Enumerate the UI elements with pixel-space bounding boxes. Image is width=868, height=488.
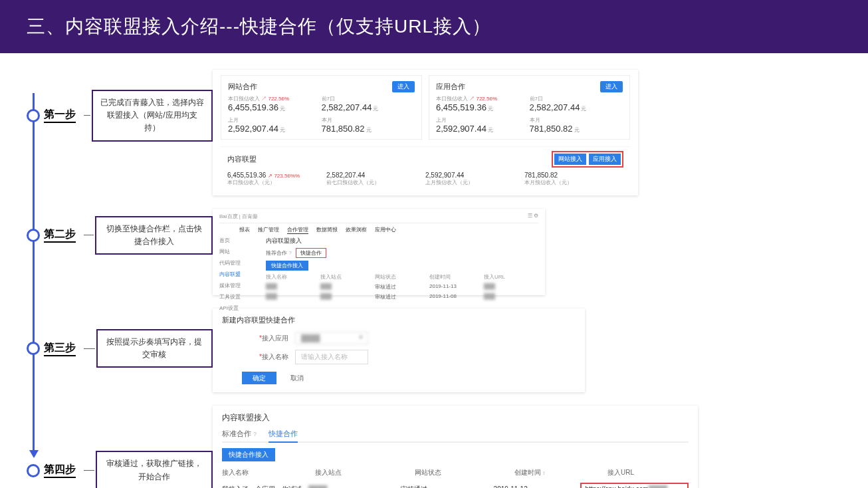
col: 网站状态 <box>415 468 514 477</box>
sidebar-item[interactable]: 代码管理 <box>219 259 259 267</box>
stat-value: 2,592,907.44元 <box>228 124 322 134</box>
panel-result-list: 内容联盟接入 标准合作 ? 快捷合作 快捷合作接入 接入名称 接入站点 网站状态… <box>213 406 698 488</box>
pct-badge: ↗ 723.56%% <box>268 173 300 179</box>
step-1-desc: 已完成百青藤入驻，选择内容联盟接入（网站/应用均支持） <box>92 90 213 142</box>
step-2-desc: 切换至快捷合作栏，点击快捷合作接入 <box>95 216 213 255</box>
nav-item[interactable]: 数据简报 <box>316 226 338 234</box>
connector <box>84 470 94 471</box>
col-sortable[interactable]: 创建时间 <box>514 468 607 477</box>
quick-access-button[interactable]: 快捷合作接入 <box>266 261 308 271</box>
highlight-box: 网站接入 应用接入 <box>552 151 623 168</box>
field-label: 接入应用 <box>262 334 288 342</box>
stat-label: 本月 <box>322 116 415 124</box>
step-4-label: 第四步 <box>44 463 76 478</box>
table-header: 接入名称 接入站点 网站状态 创建时间 接入URL <box>222 468 689 477</box>
app-select[interactable]: ████ <box>295 332 368 344</box>
enter-button[interactable]: 进入 <box>392 81 415 92</box>
col: 接入站点 <box>320 273 375 281</box>
nav-item[interactable]: 报表 <box>239 226 250 234</box>
stat-label: 本月预估收入（元） <box>524 179 623 186</box>
cell: 审核通过 <box>375 283 429 291</box>
cell-blurred: ████ <box>308 485 401 488</box>
logo-text: Bai百度 | 百青藤 <box>219 213 258 220</box>
nav-item[interactable]: 推广管理 <box>258 226 279 234</box>
stat-label: 上月预估收入（元） <box>425 179 524 186</box>
form-title: 新建内容联盟快捷合作 <box>222 315 576 325</box>
stat-value: 6,455,519.36元 <box>436 102 530 112</box>
quick-access-button[interactable]: 快捷合作接入 <box>222 448 275 461</box>
sub-title: 内容联盟接入 <box>266 237 538 245</box>
tab-quick-highlight[interactable]: 快捷合作 <box>296 248 326 258</box>
step-dot-icon <box>27 464 40 477</box>
url-highlight-box[interactable]: https://cpu.baidu.com████ <box>580 483 689 488</box>
panels-column: 网站合作 进入 本日预估收入 ↗ 722.56% 6,455,519.36元 前… <box>213 70 848 488</box>
name-input[interactable]: 请输入接入名称 <box>295 350 368 364</box>
connector <box>84 115 90 116</box>
cancel-button[interactable]: 取消 <box>284 372 310 384</box>
page-title: 三、内容联盟接入介绍---快捷合作（仅支持URL接入） <box>27 14 491 39</box>
form-row-name: *接入名称 请输入接入名称 <box>242 350 576 364</box>
sidebar: 首页 网站 代码管理 内容联盟 媒体管理 工具设置 API设置 <box>219 237 259 312</box>
card-title: 应用合作 <box>436 82 465 92</box>
stat-value: 6,455,519.36元 <box>228 102 322 112</box>
nav-item[interactable]: 合作管理 <box>287 226 308 234</box>
stat-label: 本月 <box>530 116 623 124</box>
panel-management: Bai百度 | 百青藤 ☰ ⚙ 报表 推广管理 合作管理 数据简报 效果洞察 应… <box>213 209 545 295</box>
web-access-button[interactable]: 网站接入 <box>554 154 586 165</box>
stat-value: 781,850.82元 <box>322 124 415 134</box>
cell: 2019-11-13 <box>429 283 484 291</box>
cell-url: https://cpu.baidu.com████ <box>580 483 689 488</box>
nav-item[interactable]: 应用中心 <box>375 226 396 234</box>
cell-blurred: ███ <box>266 283 320 291</box>
stat-label: 前7日 <box>530 95 623 102</box>
step-dot-icon <box>27 342 40 355</box>
cell-blurred: ███ <box>320 293 375 301</box>
stat-value: 6,455,519.36 ↗ 723.56%% <box>227 172 326 179</box>
dashboard-top: 网站合作 进入 本日预估收入 ↗ 722.56% 6,455,519.36元 前… <box>221 75 630 140</box>
website-coop-card: 网站合作 进入 本日预估收入 ↗ 722.56% 6,455,519.36元 前… <box>221 75 422 140</box>
timeline-arrow-icon <box>29 450 39 458</box>
step-3-label: 第三步 <box>44 341 76 356</box>
app-access-button[interactable]: 应用接入 <box>589 154 621 165</box>
cell-name: 我接入了一个应用，你试试 <box>222 485 308 489</box>
step-3: 第三步 按照提示步奏填写内容，提交审核 <box>27 329 213 368</box>
table-row: ███ ███ 审核通过 2019-11-13 ███ <box>266 283 538 291</box>
tab-standard[interactable]: 标准合作 ? <box>222 429 257 441</box>
col: 接入站点 <box>315 468 415 477</box>
sidebar-item[interactable]: 首页 <box>219 237 259 244</box>
stat-value: 781,850.82 <box>524 172 623 179</box>
tab-standard[interactable]: 推荐合作 ? <box>266 249 292 257</box>
sidebar-item[interactable]: 工具设置 <box>219 293 259 301</box>
col: 接入名称 <box>222 468 315 477</box>
table-row: ███ ███ 审核通过 2019-11-08 ███ <box>266 293 538 301</box>
col: 接入名称 <box>266 273 320 281</box>
col: 接入URL <box>484 273 538 281</box>
step-1-label: 第一步 <box>44 108 76 123</box>
confirm-button[interactable]: 确定 <box>242 372 276 384</box>
sidebar-item[interactable]: 网站 <box>219 248 259 255</box>
nav-item[interactable]: 效果洞察 <box>346 226 367 234</box>
form-row-app: *接入应用 ████ <box>242 332 576 344</box>
main-area: 内容联盟接入 推荐合作 ? 快捷合作 快捷合作接入 接入名称 接入站点 网站状态… <box>259 237 538 312</box>
pct-badge: ↗ 722.56% <box>469 96 497 102</box>
sidebar-item[interactable]: 内容联盟 <box>219 271 259 278</box>
user-menu-icon[interactable]: ☰ ⚙ <box>528 213 538 220</box>
tab-quick[interactable]: 快捷合作 <box>269 429 298 443</box>
connector <box>84 348 95 349</box>
table-row: 我接入了一个应用，你试试 ████ 审核通过 2019-11-12 https:… <box>222 483 689 488</box>
step-1: 第一步 已完成百青藤入驻，选择内容联盟接入（网站/应用均支持） <box>27 90 213 142</box>
timeline-line <box>33 93 35 452</box>
cell-blurred: ███ <box>484 293 538 301</box>
step-dot-icon <box>27 109 40 122</box>
sidebar-item[interactable]: 媒体管理 <box>219 282 259 289</box>
stat-value: 781,850.82元 <box>530 124 623 134</box>
cell-blurred: ███ <box>266 293 320 301</box>
stat-label: 上月 <box>436 116 530 124</box>
table-header: 接入名称 接入站点 网站状态 创建时间 接入URL <box>266 273 538 281</box>
step-2: 第二步 切换至快捷合作栏，点击快捷合作接入 <box>27 216 213 255</box>
stat-value: 2,582,207.44元 <box>322 102 415 112</box>
sidebar-item[interactable]: API设置 <box>219 305 259 312</box>
stat-label: 本日预估收入 <box>228 96 260 102</box>
enter-button[interactable]: 进入 <box>600 81 623 92</box>
stat-label: 上月 <box>228 116 322 124</box>
